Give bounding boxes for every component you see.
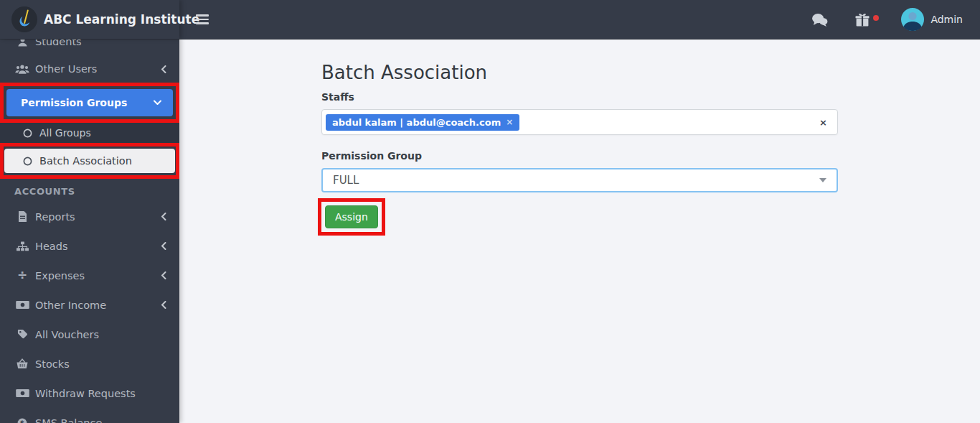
- chat-icon: [811, 13, 828, 27]
- assign-button[interactable]: Assign: [325, 205, 378, 228]
- sidebar-item-label: Reports: [35, 211, 161, 223]
- sidebar-item-stocks[interactable]: Stocks: [0, 349, 179, 378]
- users-icon: [14, 64, 30, 75]
- brand[interactable]: ABC Learning Institute: [0, 0, 179, 39]
- sidebar-item-label: Other Users: [35, 63, 161, 75]
- chevron-left-icon: [161, 301, 166, 309]
- divide-icon: ÷: [14, 269, 30, 282]
- sidebar-item-reports[interactable]: Reports: [0, 202, 179, 231]
- tag-remove-icon[interactable]: ×: [506, 117, 513, 127]
- sidebar-item-label: Heads: [35, 241, 161, 252]
- notification-dot: [873, 15, 879, 21]
- money-icon: [14, 389, 30, 398]
- gift-icon: [855, 13, 870, 27]
- sidebar-item-all-groups[interactable]: All Groups: [0, 123, 179, 143]
- gift-button[interactable]: [855, 13, 870, 27]
- brand-logo-icon: [11, 6, 37, 32]
- sidebar-item-label: Expenses: [35, 270, 161, 282]
- dollar-icon: $: [14, 418, 30, 423]
- sidebar-item-all-vouchers[interactable]: All Vouchers: [0, 320, 179, 349]
- highlight-box-batch-association: Batch Association: [0, 143, 179, 179]
- basket-icon: [14, 358, 30, 369]
- main-content: Batch Association Staffs abdul kalam | a…: [179, 39, 980, 423]
- sidebar-item-other-users[interactable]: Other Users: [0, 55, 179, 83]
- sidebar-item-label: Other Income: [35, 299, 161, 311]
- navbar-right: Admin: [811, 8, 980, 31]
- highlight-box-permission-groups: Permission Groups: [0, 83, 179, 123]
- tag-icon: [14, 329, 30, 340]
- staff-tag: abdul kalam | abdul@coach.com ×: [326, 114, 519, 131]
- chevron-left-icon: [161, 65, 166, 73]
- sidebar-item-label: SMS Balance: [35, 417, 166, 423]
- sidebar-item-batch-association[interactable]: Batch Association: [4, 149, 175, 173]
- permission-group-select[interactable]: FULL: [321, 168, 838, 192]
- sidebar-item-heads[interactable]: Heads: [0, 231, 179, 261]
- sidebar-item-label: Students: [35, 39, 166, 47]
- staff-tag-label: abdul kalam | abdul@coach.com: [332, 117, 501, 128]
- circle-icon: [22, 157, 33, 166]
- profile-menu[interactable]: Admin: [901, 8, 963, 31]
- staffs-multiselect[interactable]: abdul kalam | abdul@coach.com × ×: [321, 109, 838, 135]
- sidebar-item-label: All Vouchers: [35, 329, 166, 340]
- sidebar-item-label: Withdraw Requests: [35, 388, 166, 399]
- batch-association-form: Batch Association Staffs abdul kalam | a…: [321, 39, 838, 236]
- sidebar-item-expenses[interactable]: ÷ Expenses: [0, 261, 179, 290]
- sidebar-item-label: All Groups: [39, 127, 179, 139]
- clear-selection-icon[interactable]: ×: [819, 117, 827, 128]
- sidebar-section-accounts: ACCOUNTS: [0, 179, 179, 202]
- permission-group-value: FULL: [333, 174, 359, 187]
- sidebar-item-other-income[interactable]: Other Income: [0, 290, 179, 320]
- sitemap-icon: [14, 241, 30, 251]
- staffs-label: Staffs: [321, 91, 838, 103]
- sidebar-menu: Students Other Users Permission Groups: [0, 39, 179, 423]
- sidebar-item-label: Batch Association: [39, 155, 175, 167]
- page-title: Batch Association: [321, 62, 838, 83]
- chevron-down-icon: [154, 100, 161, 106]
- sidebar-item-sms-balance[interactable]: $ SMS Balance: [0, 408, 179, 423]
- chevron-left-icon: [161, 271, 166, 279]
- highlight-box-assign: Assign: [318, 198, 385, 236]
- chat-button[interactable]: [811, 13, 828, 27]
- money-icon: [14, 300, 30, 310]
- admin-label: Admin: [930, 14, 963, 25]
- brand-title: ABC Learning Institute: [44, 12, 199, 27]
- circle-icon: [22, 129, 33, 138]
- svg-text:$: $: [20, 419, 24, 423]
- chevron-left-icon: [161, 213, 166, 220]
- avatar: [901, 8, 924, 31]
- sidebar-item-label: Stocks: [35, 358, 166, 370]
- sidebar-item-students[interactable]: Students: [0, 39, 179, 55]
- sidebar-item-label: Permission Groups: [21, 97, 154, 108]
- student-icon: [14, 39, 30, 47]
- sidebar-item-permission-groups[interactable]: Permission Groups: [6, 89, 173, 116]
- sidebar: Students Other Users Permission Groups: [0, 39, 179, 423]
- caret-down-icon: [819, 178, 826, 182]
- chevron-left-icon: [161, 242, 166, 250]
- menu-icon: [196, 14, 209, 24]
- permission-group-label: Permission Group: [321, 150, 838, 162]
- sidebar-item-withdraw-requests[interactable]: Withdraw Requests: [0, 378, 179, 408]
- top-navbar: ABC Learning Institute: [0, 0, 980, 39]
- menu-toggle-button[interactable]: [194, 9, 211, 29]
- report-icon: [14, 211, 30, 222]
